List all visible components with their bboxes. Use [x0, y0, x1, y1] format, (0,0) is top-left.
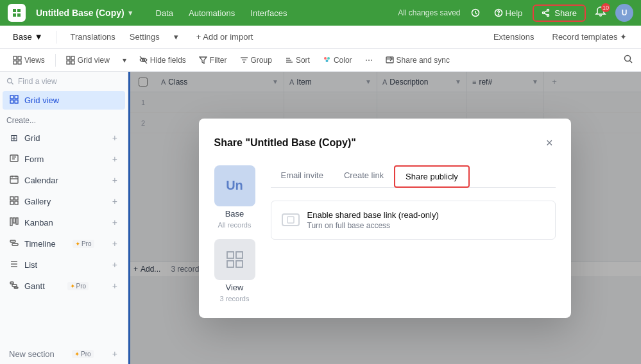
- history-button[interactable]: [467, 6, 484, 20]
- help-button[interactable]: Help: [490, 6, 527, 21]
- base-section: Un Base All records: [214, 165, 255, 229]
- sidebar-item-grid[interactable]: ⊞ Grid +: [3, 128, 125, 148]
- add-import-label: + Add or import: [196, 32, 253, 42]
- tab-settings[interactable]: Settings: [123, 29, 166, 44]
- kanban-add-btn[interactable]: +: [111, 216, 119, 229]
- sidebar: Find a view Grid view Create... ⊞ Grid +…: [0, 72, 128, 364]
- find-view-label: Find a view: [18, 77, 57, 86]
- calendar-icon: [9, 175, 19, 186]
- form-add-btn[interactable]: +: [111, 153, 119, 165]
- new-section-item[interactable]: New section ✦Pro +: [3, 343, 125, 364]
- tab-share-publicly[interactable]: Share publicly: [394, 165, 470, 188]
- grid-view-label: Grid view: [78, 56, 110, 65]
- app-title[interactable]: Untitled Base (Copy) ▼: [36, 8, 134, 18]
- grid-view-icon: [9, 95, 19, 106]
- base-chevron: ▼: [35, 32, 43, 42]
- filter-btn[interactable]: Filter: [194, 53, 232, 67]
- base-selector[interactable]: Base ▼: [8, 29, 48, 44]
- grid-view-btn[interactable]: Grid view: [61, 53, 115, 67]
- svg-rect-39: [10, 100, 13, 103]
- sort-btn[interactable]: Sort: [280, 53, 315, 67]
- find-view-search[interactable]: Find a view: [0, 72, 128, 91]
- svg-rect-14: [13, 61, 17, 64]
- enable-share-toggle[interactable]: [282, 213, 300, 226]
- nav-data[interactable]: Data: [150, 6, 180, 21]
- view-sublabel: 3 records: [220, 295, 250, 302]
- tab-email-invite[interactable]: Email invite: [271, 165, 334, 188]
- nav-automations[interactable]: Automations: [182, 6, 241, 21]
- more-icon: ⋯: [365, 56, 373, 65]
- toolbar-search-btn[interactable]: [623, 54, 633, 66]
- gallery-add-btn[interactable]: +: [111, 195, 119, 208]
- help-label: Help: [506, 8, 523, 18]
- notifications-button[interactable]: 10: [592, 4, 609, 21]
- modal-body: Un Base All records View 3 records: [214, 165, 556, 302]
- sidebar-item-form[interactable]: Form +: [3, 149, 125, 169]
- svg-point-31: [325, 60, 328, 62]
- settings-chevron[interactable]: ▾: [167, 29, 185, 44]
- svg-rect-0: [13, 9, 16, 12]
- svg-rect-3: [17, 13, 21, 17]
- svg-rect-16: [67, 56, 70, 60]
- sidebar-item-grid-view[interactable]: Grid view: [3, 91, 125, 110]
- modal-close-btn[interactable]: ×: [543, 134, 556, 153]
- timeline-pro-badge: ✦Pro: [73, 240, 94, 248]
- svg-rect-66: [236, 261, 243, 267]
- new-section-label: New section: [9, 349, 55, 359]
- filter-label: Filter: [210, 56, 227, 65]
- list-icon: [9, 260, 19, 270]
- tab-translations[interactable]: Translations: [64, 29, 122, 44]
- extensions-btn[interactable]: Extensions: [487, 29, 541, 44]
- gallery-label: Gallery: [24, 197, 51, 206]
- sidebar-item-list[interactable]: List +: [3, 254, 125, 275]
- svg-rect-15: [18, 61, 21, 64]
- grid-view-options[interactable]: ▾: [117, 53, 132, 67]
- user-avatar[interactable]: U: [615, 4, 633, 22]
- share-modal: Share "Untitled Base (Copy)" × Un Base A…: [199, 119, 571, 318]
- gallery-icon: [9, 196, 19, 207]
- list-add-btn[interactable]: +: [111, 258, 119, 271]
- svg-point-8: [547, 15, 549, 17]
- modal-sidebar: Un Base All records View 3 records: [214, 165, 255, 302]
- sidebar-item-calendar[interactable]: Calendar +: [3, 170, 125, 190]
- color-btn[interactable]: Color: [318, 53, 357, 67]
- add-import-btn[interactable]: + Add or import: [190, 29, 260, 44]
- svg-rect-65: [227, 261, 234, 267]
- svg-point-33: [625, 56, 631, 62]
- form-label: Form: [24, 154, 44, 164]
- calendar-add-btn[interactable]: +: [111, 174, 119, 186]
- grid-view-sidebar-label: Grid view: [24, 95, 59, 105]
- svg-rect-52: [10, 218, 12, 226]
- sidebar-item-gantt[interactable]: Gantt ✦Pro +: [3, 276, 125, 296]
- group-btn[interactable]: Group: [235, 53, 277, 67]
- sidebar-item-kanban[interactable]: Kanban +: [3, 212, 125, 233]
- share-option-title: Enable shared base link (read-only): [307, 210, 439, 220]
- sidebar-item-gallery[interactable]: Gallery +: [3, 191, 125, 211]
- group-label: Group: [251, 56, 272, 65]
- share-option-text: Enable shared base link (read-only) Turn…: [307, 210, 439, 230]
- new-section-add-btn[interactable]: +: [111, 347, 119, 360]
- sidebar-item-timeline[interactable]: Timeline ✦Pro +: [3, 233, 125, 254]
- record-templates-btn[interactable]: Record templates ✦: [546, 29, 634, 44]
- views-label: Views: [24, 56, 45, 65]
- share-button[interactable]: Share: [533, 4, 586, 22]
- more-options-btn[interactable]: ⋯: [360, 53, 378, 67]
- modal-overlay: Share "Untitled Base (Copy)" × Un Base A…: [128, 72, 641, 364]
- svg-rect-50: [10, 201, 13, 204]
- nav-interfaces[interactable]: Interfaces: [244, 6, 293, 21]
- svg-rect-41: [10, 155, 18, 161]
- hide-fields-btn[interactable]: Hide fields: [134, 53, 191, 67]
- svg-rect-63: [227, 252, 234, 258]
- views-btn[interactable]: Views: [8, 53, 50, 67]
- timeline-add-btn[interactable]: +: [111, 237, 119, 250]
- tab-create-link[interactable]: Create link: [334, 165, 394, 188]
- svg-rect-53: [13, 218, 15, 223]
- base-sublabel: All records: [218, 221, 252, 229]
- svg-rect-19: [71, 61, 74, 64]
- hide-fields-label: Hide fields: [150, 56, 186, 65]
- share-label: Share: [554, 8, 577, 18]
- gantt-add-btn[interactable]: +: [111, 279, 119, 292]
- share-option-card: Enable shared base link (read-only) Turn…: [271, 201, 556, 240]
- share-sync-btn[interactable]: Share and sync: [380, 53, 455, 67]
- grid-add-btn[interactable]: +: [111, 131, 119, 144]
